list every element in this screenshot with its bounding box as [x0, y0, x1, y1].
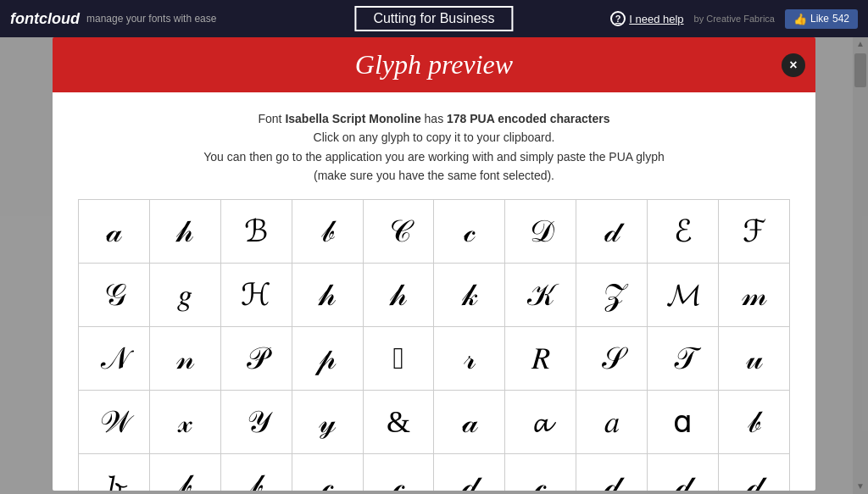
glyph-cell[interactable]: 𝒶 — [434, 390, 505, 453]
instruction-2: You can then go to the application you a… — [78, 147, 790, 166]
like-label: Like — [810, 13, 829, 25]
like-count: 542 — [832, 13, 849, 25]
desc-middle: has — [421, 112, 447, 125]
glyph-cell[interactable]: 𝒭 — [363, 326, 434, 390]
glyph-cell[interactable]: 𝒽 — [292, 263, 363, 326]
glyph-cell[interactable]: 𝒹 — [648, 453, 719, 491]
creative-fabrica-label: by Creative Fabrica — [694, 14, 775, 24]
glyph-cell[interactable]: 𝒹 — [576, 453, 648, 491]
glyph-cell[interactable]: 𝓂 — [719, 263, 790, 326]
glyph-cell[interactable]: 𝑔 — [149, 263, 220, 326]
top-navigation: fontcloud manage your fonts with ease Cu… — [0, 0, 868, 37]
glyph-cell[interactable]: 𝓇 — [434, 326, 505, 390]
glyph-cell[interactable]: 𝒟 — [505, 199, 576, 263]
glyph-cell[interactable]: 𝒵 — [576, 263, 648, 326]
glyph-cell[interactable]: 𝒹 — [434, 453, 505, 491]
glyph-cell[interactable]: & — [363, 390, 434, 453]
help-label: I need help — [629, 13, 683, 25]
modal-header: Glyph preview × — [53, 37, 815, 92]
modal-title: Glyph preview — [70, 49, 798, 80]
glyph-cell[interactable]: 𝒽 — [149, 199, 220, 263]
char-count: 178 PUA encoded characters — [447, 112, 609, 125]
table-row: 𝓫𝒷𝒷𝒸𝒸𝒹𝒸𝒹𝒹𝒹 — [79, 453, 790, 491]
glyph-cell[interactable]: 𝒷 — [719, 390, 790, 453]
glyph-cell[interactable]: ℰ — [648, 199, 719, 263]
glyph-cell[interactable]: 𝓊 — [719, 326, 790, 390]
modal-overlay: Glyph preview × Font Isabella Script Mon… — [0, 0, 868, 494]
table-row: 𝒢𝑔ℋ𝒽𝒽𝓀𝒦𝒵𝓜𝓂 — [79, 263, 790, 326]
help-button[interactable]: ? I need help — [610, 11, 683, 26]
nav-center: Cutting for Business — [354, 6, 513, 31]
glyph-cell[interactable]: 𝒩 — [79, 326, 150, 390]
glyph-cell[interactable]: 𝒮 — [576, 326, 648, 390]
font-name: Isabella Script Monoline — [285, 112, 420, 125]
brand-area: fontcloud manage your fonts with ease — [10, 10, 216, 28]
glyph-cell[interactable]: 𝓀 — [434, 263, 505, 326]
glyph-cell[interactable]: 𝒸 — [292, 453, 363, 491]
thumb-icon: 👍 — [793, 13, 807, 25]
glyph-cell[interactable]: 𝓫 — [79, 453, 150, 491]
glyph-cell[interactable]: 𝒯 — [648, 326, 719, 390]
glyph-cell[interactable]: 𝑎 — [576, 390, 648, 453]
instruction-3: (make sure you have the same font select… — [78, 166, 790, 185]
like-button[interactable]: 👍 Like 542 — [785, 9, 858, 29]
glyph-cell[interactable]: ℋ — [220, 263, 292, 326]
table-row: 𝒲𝓍𝒴𝓎&𝒶𝓪𝑎ɑ𝒷 — [79, 390, 790, 453]
glyph-cell[interactable]: 𝒽 — [363, 263, 434, 326]
glyph-cell[interactable]: 𝒷 — [292, 199, 363, 263]
glyph-cell[interactable]: 𝒫 — [220, 326, 292, 390]
table-row: 𝒩𝓃𝒫𝓅𝒭𝓇𝑅𝒮𝒯𝓊 — [79, 326, 790, 390]
glyph-cell[interactable]: 𝓪 — [505, 390, 576, 453]
glyph-grid: 𝒶𝒽ℬ𝒷𝒞𝒸𝒟𝒹ℰℱ𝒢𝑔ℋ𝒽𝒽𝓀𝒦𝒵𝓜𝓂𝒩𝓃𝒫𝓅𝒭𝓇𝑅𝒮𝒯𝓊𝒲𝓍𝒴𝓎&𝒶𝓪𝑎ɑ𝒷… — [78, 199, 790, 491]
page-title: Cutting for Business — [373, 11, 494, 25]
glyph-cell[interactable]: 𝒸 — [434, 199, 505, 263]
glyph-cell[interactable]: 𝓎 — [292, 390, 363, 453]
glyph-cell[interactable]: 𝒲 — [79, 390, 150, 453]
nav-right: ? I need help by Creative Fabrica 👍 Like… — [610, 9, 858, 29]
table-row: 𝒶𝒽ℬ𝒷𝒞𝒸𝒟𝒹ℰℱ — [79, 199, 790, 263]
desc-prefix: Font — [259, 112, 286, 125]
brand-logo[interactable]: fontcloud — [10, 10, 80, 28]
modal-description: Font Isabella Script Monoline has 178 PU… — [78, 109, 790, 186]
modal-body: Font Isabella Script Monoline has 178 PU… — [53, 92, 815, 491]
glyph-cell[interactable]: 𝒢 — [79, 263, 150, 326]
glyph-cell[interactable]: 𝓍 — [149, 390, 220, 453]
glyph-cell[interactable]: ℱ — [719, 199, 790, 263]
glyph-cell[interactable]: 𝒸 — [363, 453, 434, 491]
glyph-cell[interactable]: ɑ — [648, 390, 719, 453]
glyph-cell[interactable]: 𝒸 — [505, 453, 576, 491]
glyph-cell[interactable]: 𝒴 — [220, 390, 292, 453]
glyph-cell[interactable]: ℬ — [220, 199, 292, 263]
glyph-cell[interactable]: 𝒹 — [576, 199, 648, 263]
glyph-cell[interactable]: 𝑅 — [505, 326, 576, 390]
help-icon: ? — [610, 11, 626, 26]
glyph-cell[interactable]: 𝒹 — [719, 453, 790, 491]
glyph-cell[interactable]: 𝒷 — [220, 453, 292, 491]
instruction-1: Click on any glyph to copy it to your cl… — [78, 128, 790, 147]
glyph-cell[interactable]: 𝒶 — [79, 199, 150, 263]
glyph-cell[interactable]: 𝓃 — [149, 326, 220, 390]
glyph-cell[interactable]: 𝓜 — [648, 263, 719, 326]
brand-tagline: manage your fonts with ease — [86, 13, 216, 25]
glyph-cell[interactable]: 𝓅 — [292, 326, 363, 390]
close-button[interactable]: × — [782, 53, 805, 77]
page-title-box: Cutting for Business — [354, 6, 513, 31]
glyph-cell[interactable]: 𝒞 — [363, 199, 434, 263]
glyph-preview-modal: Glyph preview × Font Isabella Script Mon… — [53, 37, 815, 491]
glyph-cell[interactable]: 𝒦 — [505, 263, 576, 326]
glyph-cell[interactable]: 𝒷 — [149, 453, 220, 491]
